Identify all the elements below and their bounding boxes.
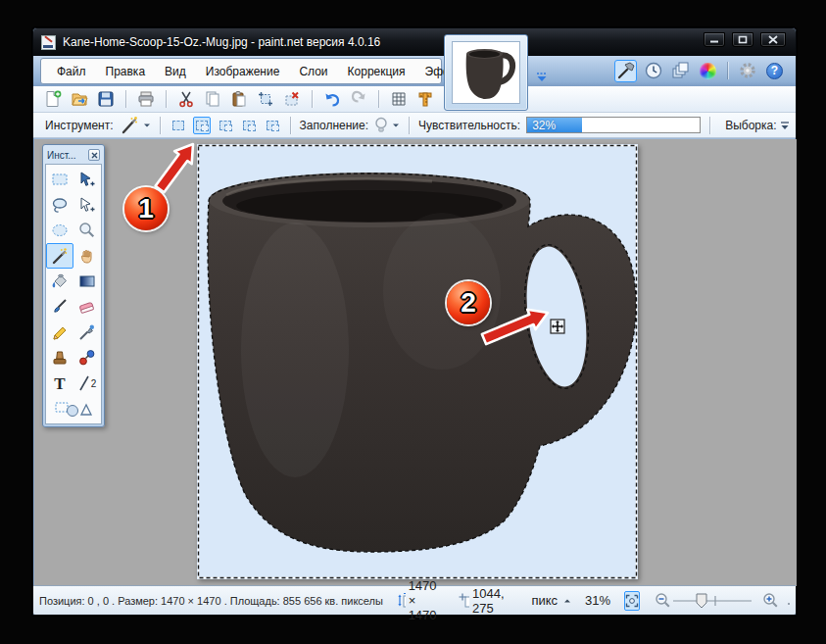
close-button[interactable] bbox=[760, 32, 786, 47]
units-value: пикс bbox=[531, 593, 558, 608]
tool-recolor[interactable] bbox=[73, 345, 101, 371]
mode-union-button[interactable] bbox=[193, 117, 211, 134]
zoom-fit-button[interactable] bbox=[624, 591, 640, 611]
tool-magic-wand[interactable] bbox=[46, 243, 73, 269]
units-dropdown[interactable]: пикс bbox=[531, 593, 571, 608]
current-tool-button[interactable] bbox=[120, 116, 151, 134]
menu-adjustments[interactable]: Коррекция bbox=[338, 61, 415, 82]
zoom-out-button[interactable] bbox=[654, 592, 671, 610]
layers-icon bbox=[671, 61, 691, 80]
crop-icon bbox=[257, 90, 274, 108]
maximize-button[interactable] bbox=[732, 32, 753, 47]
resize-grip[interactable] bbox=[787, 596, 790, 606]
crop-button[interactable] bbox=[256, 89, 275, 109]
tool-pencil[interactable] bbox=[46, 320, 73, 345]
menu-file[interactable]: Файл bbox=[47, 61, 96, 82]
tool-color-picker[interactable] bbox=[73, 320, 101, 345]
grid-button[interactable] bbox=[389, 89, 409, 109]
tool-line-curve[interactable]: 2 bbox=[73, 371, 101, 396]
canvas[interactable]: 2 bbox=[197, 144, 638, 579]
tool-move-selection[interactable] bbox=[73, 192, 101, 218]
tools-palette-titlebar[interactable]: Инст... bbox=[45, 147, 102, 163]
print-button[interactable] bbox=[136, 89, 156, 109]
history-window-button[interactable] bbox=[642, 60, 664, 82]
menu-image[interactable]: Изображение bbox=[196, 61, 290, 82]
tool-rectangle-select[interactable] bbox=[46, 167, 73, 192]
intersect-mode-icon bbox=[243, 121, 255, 130]
copy-icon bbox=[204, 90, 221, 108]
paintbrush-icon bbox=[50, 298, 70, 316]
open-button[interactable] bbox=[70, 89, 89, 109]
cut-button[interactable] bbox=[176, 89, 196, 109]
rectangle-select-icon bbox=[50, 171, 70, 188]
tool-eraser[interactable] bbox=[73, 294, 101, 320]
tolerance-slider[interactable]: 32% bbox=[526, 117, 701, 133]
separator bbox=[125, 90, 126, 108]
tool-move-selected-pixels[interactable] bbox=[73, 167, 101, 192]
status-info: Позиция: 0 , 0 . Размер: 1470 × 1470 . П… bbox=[39, 595, 383, 607]
status-bar: Позиция: 0 , 0 . Размер: 1470 × 1470 . П… bbox=[33, 585, 796, 615]
image-list-chevron-icon[interactable] bbox=[535, 70, 549, 87]
window-title: Kane-Home-Scoop-15-Oz.-Mug.jpg - paint.n… bbox=[63, 35, 380, 49]
tool-lasso-select[interactable] bbox=[46, 192, 73, 218]
zoom-slider-track bbox=[671, 592, 753, 610]
layers-window-button[interactable] bbox=[669, 60, 692, 82]
clipboard-icon bbox=[230, 90, 248, 108]
fill-mode-button[interactable] bbox=[374, 117, 400, 133]
tool-text[interactable]: T bbox=[46, 371, 73, 396]
canvas-size-icon bbox=[397, 592, 406, 609]
magnifier-icon bbox=[77, 222, 97, 239]
undo-button[interactable] bbox=[322, 89, 342, 109]
paste-button[interactable] bbox=[229, 89, 249, 109]
save-button[interactable] bbox=[96, 89, 116, 109]
settings-button[interactable] bbox=[736, 60, 758, 82]
new-button[interactable] bbox=[43, 89, 63, 109]
separator bbox=[166, 90, 167, 108]
stamp-icon bbox=[50, 349, 70, 367]
ellipse-select-icon bbox=[50, 222, 70, 239]
gradient-icon bbox=[77, 272, 97, 290]
minimize-button[interactable] bbox=[704, 32, 725, 47]
tool-gradient[interactable] bbox=[73, 269, 101, 294]
copy-button[interactable] bbox=[203, 89, 222, 109]
deselect-button[interactable] bbox=[282, 89, 302, 109]
line-curve-icon bbox=[78, 374, 90, 392]
magic-wand-icon bbox=[120, 116, 139, 134]
tool-zoom[interactable] bbox=[73, 218, 101, 243]
zoom-slider-handle[interactable] bbox=[697, 594, 706, 608]
tools-palette-close-button[interactable] bbox=[88, 149, 100, 161]
paintnet-window: Kane-Home-Scoop-15-Oz.-Mug.jpg - paint.n… bbox=[32, 27, 797, 616]
recolor-icon bbox=[77, 349, 97, 367]
tool-shapes[interactable] bbox=[46, 396, 101, 421]
subtract-mode-icon bbox=[219, 121, 231, 130]
tool-paint-bucket[interactable] bbox=[46, 269, 73, 294]
save-icon bbox=[97, 90, 115, 108]
open-folder-icon bbox=[71, 90, 88, 108]
sampling-label: Выборка: bbox=[725, 119, 776, 132]
rulers-button[interactable] bbox=[415, 89, 435, 109]
toolbar-overflow-chevron-icon[interactable] bbox=[780, 122, 790, 131]
menu-edit[interactable]: Правка bbox=[96, 61, 156, 82]
menu-view[interactable]: Вид bbox=[155, 61, 196, 82]
tool-pan[interactable] bbox=[73, 243, 101, 269]
mode-intersect-button[interactable] bbox=[240, 117, 258, 134]
image-tab-thumbnail[interactable] bbox=[444, 34, 528, 111]
fill-label: Заполнение: bbox=[300, 119, 368, 132]
zoom-slider[interactable] bbox=[671, 592, 753, 610]
tool-paintbrush[interactable] bbox=[46, 294, 73, 320]
colors-window-button[interactable] bbox=[697, 60, 719, 82]
mode-subtract-button[interactable] bbox=[217, 117, 234, 134]
tools-window-button[interactable] bbox=[614, 60, 637, 82]
thumbnail-mug bbox=[453, 42, 519, 103]
tools-palette[interactable]: Инст... bbox=[42, 144, 105, 427]
tool-clone-stamp[interactable] bbox=[46, 345, 73, 371]
help-button[interactable]: ? bbox=[763, 60, 786, 82]
menu-layers[interactable]: Слои bbox=[289, 61, 337, 82]
tool-ellipse-select[interactable] bbox=[46, 218, 73, 243]
mode-replace-button[interactable] bbox=[170, 117, 187, 134]
zoom-level-value: 31% bbox=[585, 593, 610, 608]
mode-invert-button[interactable] bbox=[264, 117, 281, 134]
redo-button[interactable] bbox=[349, 89, 368, 109]
zoom-in-button[interactable] bbox=[761, 592, 779, 610]
title-bar[interactable]: Kane-Home-Scoop-15-Oz.-Mug.jpg - paint.n… bbox=[33, 28, 796, 56]
